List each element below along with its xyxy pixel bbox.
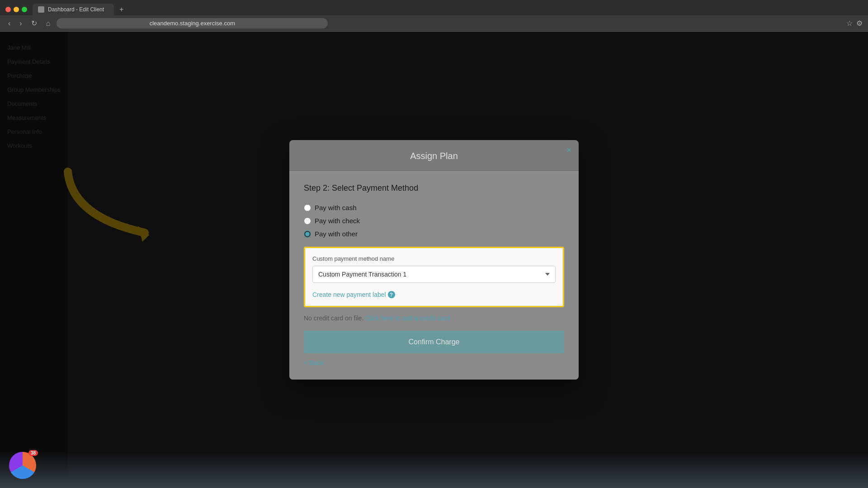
traffic-lights (5, 7, 27, 12)
modal-close-button[interactable]: × (566, 145, 571, 155)
highlighted-payment-method-section: Custom payment method name Custom Paymen… (304, 247, 564, 307)
payment-options: Pay with cash Pay with check Pay with ot… (304, 204, 564, 238)
pay-other-option[interactable]: Pay with other (304, 230, 564, 238)
home-button[interactable]: ⌂ (43, 19, 53, 28)
pay-cash-label: Pay with cash (315, 204, 357, 211)
maximize-window-button[interactable] (22, 7, 27, 12)
nav-icons: ☆ ⚙ (846, 19, 863, 28)
create-payment-label-text: Create new payment label (312, 291, 386, 298)
payment-method-label: Custom payment method name (312, 255, 556, 262)
badge-circle-graphic (9, 452, 36, 479)
no-credit-card-text: No credit card on file. Click here to ad… (304, 314, 564, 322)
pay-check-radio[interactable] (304, 217, 311, 225)
tab-title: Dashboard - Edit Client (48, 6, 104, 13)
browser-chrome: Dashboard - Edit Client + ‹ › ↻ ⌂ ☆ ⚙ (0, 0, 868, 32)
pay-cash-radio[interactable] (304, 204, 311, 211)
address-bar[interactable] (57, 18, 328, 28)
back-link[interactable]: < Back (304, 359, 323, 366)
modal-header: Assign Plan × (289, 140, 579, 171)
pay-other-radio[interactable] (304, 230, 311, 238)
modal-title: Assign Plan (304, 151, 564, 161)
bookmark-button[interactable]: ☆ (846, 19, 853, 28)
nav-bar: ‹ › ↻ ⌂ ☆ ⚙ (0, 15, 868, 31)
pay-check-option[interactable]: Pay with check (304, 217, 564, 225)
confirm-charge-button[interactable]: Confirm Charge (304, 331, 564, 353)
step-title: Step 2: Select Payment Method (304, 183, 564, 193)
create-payment-label-link[interactable]: Create new payment label ? (312, 291, 395, 298)
modal-body: Step 2: Select Payment Method Pay with c… (289, 171, 579, 380)
help-icon: ? (388, 291, 395, 298)
notification-badge[interactable]: 38 (9, 452, 36, 479)
pay-other-label: Pay with other (315, 230, 358, 238)
modal-backdrop: Assign Plan × Step 2: Select Payment Met… (0, 32, 868, 488)
no-credit-card-label: No credit card on file. (304, 314, 363, 322)
tab-favicon (38, 6, 44, 13)
pay-cash-option[interactable]: Pay with cash (304, 204, 564, 211)
minimize-window-button[interactable] (14, 7, 19, 12)
back-button[interactable]: ‹ (5, 19, 13, 28)
new-tab-button[interactable]: + (116, 4, 127, 15)
refresh-button[interactable]: ↻ (28, 18, 40, 28)
tab-bar: Dashboard - Edit Client + (0, 0, 868, 15)
pay-check-label: Pay with check (315, 217, 360, 225)
page-background: Jane Mill Payment Details Purchase Group… (0, 32, 868, 488)
notification-count: 38 (28, 450, 38, 456)
assign-plan-modal: Assign Plan × Step 2: Select Payment Met… (289, 140, 579, 380)
add-credit-card-link[interactable]: Click here to add a credit card (365, 314, 449, 322)
forward-button[interactable]: › (17, 19, 24, 28)
extensions-button[interactable]: ⚙ (856, 19, 863, 28)
close-window-button[interactable] (5, 7, 11, 12)
active-tab[interactable]: Dashboard - Edit Client (33, 4, 114, 15)
payment-method-select[interactable]: Custom Payment Transaction 1 (312, 266, 556, 283)
